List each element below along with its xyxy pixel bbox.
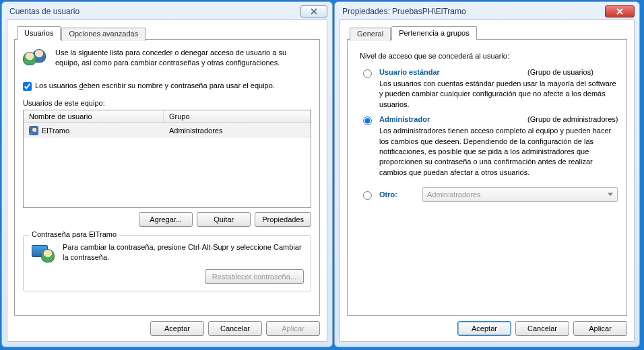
titlebar: Cuentas de usuario [7, 6, 327, 20]
tab-advanced[interactable]: Opciones avanzadas [61, 28, 146, 41]
tab-users[interactable]: Usuarios [17, 26, 61, 40]
other-group-combo[interactable]: Administradores [422, 187, 618, 202]
table-row[interactable]: ElTramo Administradores [24, 123, 311, 138]
tab-page-users: Use la siguiente lista para conceder o d… [14, 39, 320, 316]
radio-other[interactable] [363, 191, 372, 200]
tab-page-membership: Nivel de acceso que se concederá al usua… [347, 39, 627, 316]
window-title: Cuentas de usuario [9, 7, 300, 16]
access-level-label: Nivel de acceso que se concederá al usua… [360, 52, 618, 60]
user-list-label: Usuarios de este equipo: [23, 99, 311, 107]
user-accounts-window: Cuentas de usuario Usuarios Opciones ava… [1, 1, 333, 347]
close-icon [616, 8, 624, 15]
tab-membership[interactable]: Pertenencia a grupos [391, 26, 477, 40]
tab-strip: General Pertenencia a grupos [347, 26, 627, 40]
row-username: ElTramo [42, 127, 69, 135]
list-header: Nombre de usuario Grupo [24, 110, 311, 123]
must-enter-credentials-checkbox[interactable] [23, 82, 32, 91]
tab-general[interactable]: General [350, 28, 391, 41]
column-group[interactable]: Grupo [164, 110, 311, 123]
client-area: General Pertenencia a grupos Nivel de ac… [340, 20, 635, 342]
titlebar: Propiedades: PruebasPH\ElTramo [340, 6, 635, 20]
computer-user-icon [30, 242, 56, 264]
other-group-combo-value: Administradores [427, 190, 480, 199]
password-groupbox: Contraseña para ElTramo Para cambiar la … [23, 235, 311, 291]
password-group-title: Contraseña para ElTramo [29, 230, 119, 238]
user-icon [29, 126, 38, 135]
password-help-text: Para cambiar la contraseña, presione Ctr… [63, 242, 304, 262]
tab-strip: Usuarios Opciones avanzadas [14, 26, 320, 40]
radio-standard[interactable] [363, 69, 372, 78]
cancel-button[interactable]: Cancelar [208, 321, 262, 336]
ok-button[interactable]: Aceptar [150, 321, 204, 336]
user-properties-window: Propiedades: PruebasPH\ElTramo General P… [334, 1, 640, 347]
apply-button[interactable]: Aplicar [573, 321, 627, 336]
must-enter-credentials-label: Los usuarios deben escribir su nombre y … [35, 81, 275, 90]
option-admin-group: (Grupo de administradores) [527, 115, 618, 123]
reset-password-button: Restablecer contraseña... [205, 269, 304, 284]
option-other-title: Otro: [379, 190, 417, 199]
close-icon [311, 8, 317, 15]
radio-admin[interactable] [363, 116, 372, 125]
option-admin-title: Administrador [379, 115, 527, 123]
row-group: Administradores [164, 125, 311, 137]
add-button[interactable]: Agregar... [139, 212, 193, 227]
option-admin-desc: Los administradores tienen acceso comple… [379, 126, 618, 178]
column-username[interactable]: Nombre de usuario [24, 110, 164, 123]
remove-button[interactable]: Quitar [197, 212, 251, 227]
client-area: Usuarios Opciones avanzadas Use la sigui… [7, 20, 327, 342]
apply-button: Aplicar [266, 321, 320, 336]
option-standard-title: Usuario estándar [379, 68, 527, 76]
properties-button[interactable]: Propiedades [255, 212, 311, 227]
cancel-button[interactable]: Cancelar [515, 321, 569, 336]
option-standard-group: (Grupo de usuarios) [527, 68, 593, 76]
users-icon [23, 48, 49, 71]
user-list[interactable]: Nombre de usuario Grupo ElTramo Administ… [23, 110, 311, 208]
window-title: Propiedades: PruebasPH\ElTramo [342, 7, 605, 16]
close-button[interactable] [300, 5, 327, 18]
ok-button[interactable]: Aceptar [457, 321, 511, 336]
close-button[interactable] [605, 5, 635, 18]
intro-text: Use la siguiente lista para conceder o d… [55, 48, 311, 71]
option-standard-desc: Los usuarios con cuentas estándar pueden… [379, 79, 618, 110]
